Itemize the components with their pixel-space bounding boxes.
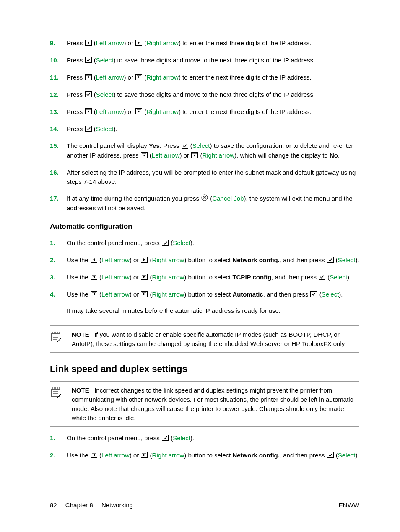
right-arrow-icon xyxy=(191,152,198,161)
left-arrow-icon xyxy=(91,290,97,300)
step-body: Use the (Left arrow) or (Right arrow) bu… xyxy=(67,273,359,282)
select-icon xyxy=(162,434,169,443)
note-text: If you want to disable or enable specifi… xyxy=(72,331,346,347)
left-arrow-icon xyxy=(85,108,92,117)
note-block: NOTE If you want to disable or enable sp… xyxy=(50,325,359,353)
right-arrow-icon xyxy=(141,256,148,265)
list-item: 3. Use the (Left arrow) or (Right arrow)… xyxy=(50,273,359,282)
step-number: 2. xyxy=(50,256,67,265)
step-number: 10. xyxy=(50,56,67,65)
step-body: The control panel will display Yes. Pres… xyxy=(67,141,359,160)
select-icon xyxy=(182,142,188,151)
list-item: 13. Press (Left arrow) or (Right arrow) … xyxy=(50,107,359,117)
steps-list-manual: 9. Press (Left arrow) or (Right arrow) t… xyxy=(50,39,359,212)
select-icon xyxy=(319,273,325,282)
list-item: 12. Press (Select) to save those digits … xyxy=(50,90,359,100)
right-arrow-icon xyxy=(141,451,148,460)
select-icon xyxy=(310,290,317,300)
steps-list-auto: 1. On the control panel menu, press (Sel… xyxy=(50,238,359,315)
network-config-label: Network config. xyxy=(232,452,280,459)
select-icon xyxy=(85,56,92,65)
step-number: 4. xyxy=(50,290,67,315)
select-icon xyxy=(327,451,334,460)
step-number: 14. xyxy=(50,124,67,134)
right-arrow-icon xyxy=(141,273,148,282)
cancel-job-label: Cancel Job xyxy=(212,195,244,202)
note-icon xyxy=(50,386,72,422)
step-number: 15. xyxy=(50,141,67,160)
right-arrow-icon xyxy=(135,73,142,83)
step-body: Use the (Left arrow) or (Right arrow) bu… xyxy=(67,290,359,315)
step-body: Use the (Left arrow) or (Right arrow) bu… xyxy=(67,256,359,265)
step-body: On the control panel menu, press (Select… xyxy=(67,434,359,443)
heading-link-speed-duplex: Link speed and duplex settings xyxy=(50,364,359,374)
select-icon xyxy=(85,125,92,134)
select-icon xyxy=(162,239,169,248)
list-item: 10. Press (Select) to save those digits … xyxy=(50,56,359,65)
list-item: 17. If at any time during the configurat… xyxy=(50,194,359,213)
automatic-label: Automatic xyxy=(232,291,263,298)
step-body: Use the (Left arrow) or (Right arrow) bu… xyxy=(67,451,359,460)
step-number: 2. xyxy=(50,451,67,460)
right-arrow-icon xyxy=(135,39,142,48)
cancel-job-icon xyxy=(201,194,208,204)
page-footer: 82 Chapter 8 Networking ENWW xyxy=(50,501,359,509)
step-body: Press (Select). xyxy=(67,124,359,134)
right-arrow-label: Right arrow xyxy=(146,39,179,46)
step-tail-text: It may take several minutes before the a… xyxy=(67,306,359,315)
step-number: 16. xyxy=(50,168,67,186)
note-icon xyxy=(50,330,72,349)
list-item: 9. Press (Left arrow) or (Right arrow) t… xyxy=(50,39,359,48)
list-item: 16. After selecting the IP address, you … xyxy=(50,168,359,186)
left-arrow-icon xyxy=(85,73,92,83)
left-arrow-icon xyxy=(91,273,97,282)
network-config-label: Network config. xyxy=(232,256,280,263)
select-icon xyxy=(85,90,92,100)
list-item: 1. On the control panel menu, press (Sel… xyxy=(50,434,359,443)
list-item: 4. Use the (Left arrow) or (Right arrow)… xyxy=(50,290,359,315)
step-number: 9. xyxy=(50,39,67,48)
left-arrow-icon xyxy=(141,152,148,161)
step-body: Press (Left arrow) or (Right arrow) to e… xyxy=(67,39,359,48)
footer-right: ENWW xyxy=(339,501,359,509)
step-number: 13. xyxy=(50,107,67,117)
step-number: 12. xyxy=(50,90,67,100)
step-body: Press (Left arrow) or (Right arrow) to e… xyxy=(67,107,359,117)
step-body: After selecting the IP address, you will… xyxy=(67,168,359,186)
list-item: 14. Press (Select). xyxy=(50,124,359,134)
list-item: 15. The control panel will display Yes. … xyxy=(50,141,359,160)
step-body: If at any time during the configuration … xyxy=(67,194,359,213)
page-number: 82 xyxy=(50,501,57,509)
step-body: On the control panel menu, press (Select… xyxy=(67,238,359,248)
chapter-label: Chapter 8 xyxy=(65,501,93,509)
heading-automatic-configuration: Automatic configuration xyxy=(50,222,359,231)
step-number: 17. xyxy=(50,194,67,213)
step-number: 11. xyxy=(50,73,67,83)
left-arrow-icon xyxy=(85,39,92,48)
note-text: Incorrect changes to the link speed and … xyxy=(72,387,353,421)
step-number: 3. xyxy=(50,273,67,282)
select-icon xyxy=(327,256,334,265)
right-arrow-icon xyxy=(135,108,142,117)
section-label: Networking xyxy=(101,501,133,509)
steps-list-linkspeed: 1. On the control panel menu, press (Sel… xyxy=(50,434,359,460)
yes-label: Yes xyxy=(149,142,160,149)
step-body: Press (Select) to save those digits and … xyxy=(67,56,359,65)
document-page: 9. Press (Left arrow) or (Right arrow) t… xyxy=(0,0,400,532)
step-body: Press (Left arrow) or (Right arrow) to e… xyxy=(67,73,359,83)
step-number: 1. xyxy=(50,238,67,248)
left-arrow-label: Left arrow xyxy=(96,39,124,46)
list-item: 2. Use the (Left arrow) or (Right arrow)… xyxy=(50,451,359,460)
step-body: Press (Select) to save those digits and … xyxy=(67,90,359,100)
no-label: No xyxy=(330,152,338,159)
note-label: NOTE xyxy=(72,387,89,394)
list-item: 11. Press (Left arrow) or (Right arrow) … xyxy=(50,73,359,83)
left-arrow-icon xyxy=(91,256,97,265)
note-block: NOTE Incorrect changes to the link speed… xyxy=(50,381,359,427)
tcpip-config-label: TCPIP config xyxy=(232,274,271,281)
right-arrow-icon xyxy=(141,290,148,300)
left-arrow-icon xyxy=(91,451,97,460)
select-label: Select xyxy=(96,57,114,64)
list-item: 2. Use the (Left arrow) or (Right arrow)… xyxy=(50,256,359,265)
step-number: 1. xyxy=(50,434,67,443)
